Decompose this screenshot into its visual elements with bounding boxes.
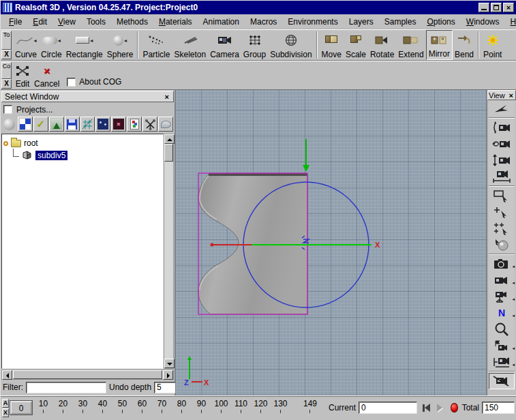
timeline-close-button[interactable]: X: [2, 408, 9, 417]
dropdown-arrow-icon[interactable]: ◂: [512, 297, 515, 302]
night-scene-icon[interactable]: [95, 117, 110, 132]
viewport-3d[interactable]: X Z X: [175, 90, 487, 395]
bend-tool-button[interactable]: Bend: [453, 30, 476, 60]
curve-tool-button[interactable]: ◂ Curve: [13, 30, 39, 60]
normal-view-button[interactable]: N◂: [489, 305, 515, 321]
dropdown-arrow-icon[interactable]: ◂: [124, 38, 127, 44]
skeleton-tool-button[interactable]: Skeleton: [172, 30, 208, 60]
camera-orbit-button[interactable]: [489, 136, 515, 152]
tree-item-root[interactable]: root: [3, 137, 162, 149]
dropdown-arrow-icon[interactable]: ◂: [512, 362, 515, 368]
menu-environments[interactable]: Environments: [282, 16, 343, 28]
checker-material-icon[interactable]: [18, 117, 33, 132]
timeline-tick[interactable]: 90: [192, 399, 211, 413]
subdivision-tool-button[interactable]: Subdivision: [268, 30, 314, 60]
toolbar-controls-tab[interactable]: Co: [1, 62, 12, 79]
rotate-tool-button[interactable]: Rotate: [368, 30, 396, 60]
menu-edit[interactable]: Edit: [27, 16, 52, 28]
camera-track-button[interactable]: [489, 168, 515, 185]
menu-help[interactable]: Help: [504, 16, 516, 28]
total-frames-input[interactable]: [482, 402, 515, 414]
menu-view[interactable]: View: [52, 16, 81, 28]
record-button[interactable]: [451, 403, 458, 412]
menu-options[interactable]: Options: [421, 16, 460, 28]
view-panel-header[interactable]: View ×: [487, 90, 516, 100]
scroll-down-button[interactable]: [164, 359, 174, 368]
camera-rail-button[interactable]: ◂: [489, 354, 515, 370]
sphere-tool-button[interactable]: ◂ Sphere: [105, 30, 136, 60]
menu-animation[interactable]: Animation: [198, 16, 245, 28]
timeline-tick[interactable]: 149: [299, 399, 322, 413]
select-window-close-icon[interactable]: ×: [164, 93, 170, 101]
mirror-tool-button[interactable]: Mirror: [426, 30, 453, 60]
circle-tool-button[interactable]: ◂ Circle: [39, 30, 64, 60]
dropdown-arrow-icon[interactable]: ◂: [512, 346, 515, 351]
view-panel-close-icon[interactable]: ×: [508, 91, 515, 100]
move-tool-button[interactable]: Move: [320, 30, 344, 60]
menu-tools[interactable]: Tools: [81, 16, 111, 28]
timeline-ruler[interactable]: 102030405060708090100110120130149: [33, 399, 322, 417]
scroll-thumb[interactable]: [164, 144, 173, 162]
menu-layers[interactable]: Layers: [344, 16, 379, 28]
dropdown-arrow-icon[interactable]: ◂: [512, 313, 515, 318]
timeline-tick[interactable]: 40: [93, 399, 112, 413]
camera-flag-button[interactable]: ◂: [489, 338, 515, 354]
scroll-right-button[interactable]: [163, 370, 173, 380]
timeline-tick[interactable]: 130: [271, 399, 290, 413]
close-button[interactable]: ×: [503, 3, 514, 12]
skeleton-node-icon[interactable]: [142, 117, 157, 132]
timeline-tick[interactable]: 60: [132, 399, 152, 413]
rectangle-tool-button[interactable]: ◂ Rectangle: [64, 30, 105, 60]
camera-tripod-button[interactable]: ◂: [489, 288, 515, 305]
video-camera-button[interactable]: ◂: [489, 272, 515, 288]
toolbar-tools-close-button[interactable]: X: [1, 50, 12, 59]
camera-tool-button[interactable]: Camera: [208, 30, 241, 60]
select-window-header[interactable]: Select Window ×: [1, 91, 174, 102]
scroll-up-button[interactable]: [164, 134, 174, 144]
toolbar-tools-tab[interactable]: To: [1, 31, 12, 50]
cancel-button[interactable]: × Cancel: [32, 61, 61, 89]
timeline-tick[interactable]: 20: [53, 399, 73, 413]
lasso-icon[interactable]: [158, 117, 173, 132]
menu-windows[interactable]: Windows: [461, 16, 505, 28]
timeline-tick[interactable]: 100: [211, 399, 231, 413]
timeline-tick[interactable]: 50: [112, 399, 132, 413]
scroll-thumb[interactable]: [13, 370, 162, 379]
add-point-cursor-button[interactable]: [489, 204, 515, 220]
minimize-button[interactable]: [479, 3, 489, 12]
tree-vertical-scrollbar[interactable]: [164, 134, 174, 369]
timeline-tick[interactable]: 30: [73, 399, 93, 413]
timeline-tick[interactable]: 10: [33, 399, 53, 413]
zoom-magnifier-button[interactable]: [489, 321, 515, 338]
check-accept-icon[interactable]: ✓: [33, 117, 48, 132]
object-tree[interactable]: root subdiv5: [1, 134, 164, 369]
star-light-icon[interactable]: +: [111, 117, 126, 132]
sphere-drag-button[interactable]: [489, 237, 515, 253]
menu-methods[interactable]: Methods: [111, 16, 153, 28]
menu-materials[interactable]: Materials: [153, 16, 198, 28]
dropdown-arrow-icon[interactable]: ◂: [512, 264, 515, 269]
tree-horizontal-scrollbar[interactable]: [1, 370, 174, 380]
save-floppy-icon[interactable]: [65, 117, 80, 132]
tree-item-subdiv5[interactable]: subdiv5: [13, 149, 162, 162]
environment-tree-icon[interactable]: [49, 117, 64, 132]
about-cog-checkbox[interactable]: [67, 78, 76, 87]
dropdown-arrow-icon[interactable]: ◂: [58, 38, 61, 44]
camera-tilt-button[interactable]: [489, 119, 515, 136]
timeline-anim-tab[interactable]: A: [2, 399, 9, 408]
timeline-frame-handle[interactable]: 0: [10, 401, 32, 415]
filter-input[interactable]: [26, 382, 106, 393]
dropdown-arrow-icon[interactable]: ◂: [512, 280, 515, 286]
group-tool-button[interactable]: Group: [241, 30, 268, 60]
sphere-select-icon[interactable]: [2, 117, 17, 132]
dropdown-arrow-icon[interactable]: ◂: [90, 38, 93, 44]
scroll-left-button[interactable]: [2, 370, 12, 380]
multi-point-cursor-button[interactable]: [489, 220, 515, 237]
view-direction-button[interactable]: [489, 100, 515, 117]
skip-to-start-button[interactable]: [423, 404, 442, 412]
edit-button[interactable]: Edit: [13, 61, 32, 89]
timeline-tick[interactable]: 80: [172, 399, 192, 413]
camera-raise-button[interactable]: [489, 152, 515, 168]
dropdown-arrow-icon[interactable]: ◂: [34, 38, 37, 44]
timeline-tick[interactable]: 110: [231, 399, 251, 413]
